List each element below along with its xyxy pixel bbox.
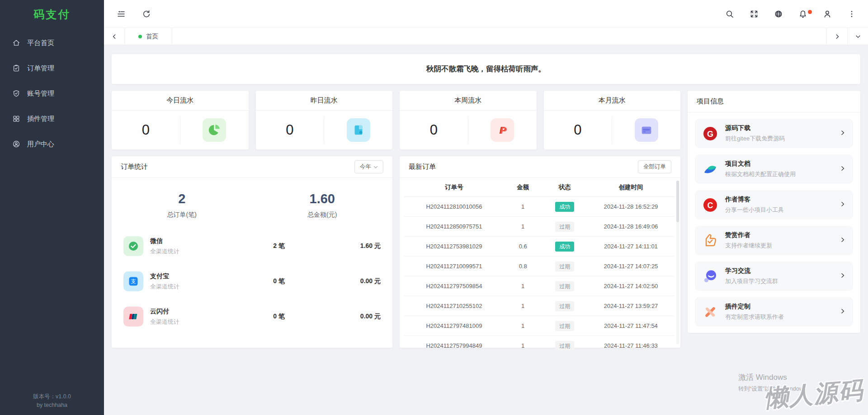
sidebar-item-home[interactable]: 平台首页 [0, 33, 104, 53]
paypal-icon: PP [491, 118, 514, 142]
svg-text:支: 支 [131, 279, 136, 284]
range-select[interactable]: 今年 [354, 160, 383, 173]
order-stats-panel: 订单统计 今年 2 总订单(笔) 1 [112, 156, 392, 348]
user-icon[interactable] [823, 9, 832, 19]
content-area: 秋阴不散霜飞晚，留得枯荷听雨声。 今日流水 0 [104, 45, 868, 348]
document-icon [347, 118, 370, 142]
col-created: 创建时间 [588, 178, 674, 197]
order-amount: 1 [504, 217, 542, 237]
refresh-icon[interactable] [142, 9, 151, 19]
order-amount: 1 [504, 316, 542, 336]
order-clipboard-icon [12, 64, 20, 72]
status-badge: 成功 [555, 202, 574, 212]
panel-title: 最新订单 [409, 163, 436, 171]
fullscreen-icon[interactable] [750, 9, 759, 19]
table-row: H20241128100100561成功2024-11-28 16:52:29 [404, 197, 674, 217]
order-time: 2024-11-28 16:52:29 [588, 197, 674, 217]
chat-group-icon [702, 268, 718, 284]
order-time: 2024-11-27 13:59:27 [588, 296, 674, 316]
table-row: H20241128509757511过期2024-11-28 16:49:06 [404, 217, 674, 237]
tab-home[interactable]: 首页 [125, 28, 172, 45]
order-totals: 2 总订单(笔) 1.60 总金额(元) [112, 178, 392, 222]
sidebar-item-plugins[interactable]: 插件管理 [0, 108, 104, 129]
header-left [117, 9, 167, 19]
version-text: 版本号：v1.0.0 [0, 392, 104, 401]
project-item-desc: 分享一些小项目小工具 [725, 206, 840, 214]
sidebar-item-user-center[interactable]: 用户中心 [0, 134, 104, 154]
channel-list: 微信 全渠道统计 2 笔 1.60 元 支 支付宝 [112, 222, 392, 329]
header-right [710, 9, 856, 19]
channel-name[interactable]: 支付宝 [150, 272, 245, 280]
tabs-scroll-left-button[interactable] [104, 28, 125, 45]
project-item-author-blog[interactable]: C 作者博客 分享一些小项目小工具 [695, 190, 853, 219]
search-icon[interactable] [725, 9, 734, 19]
latest-orders-panel: 最新订单 全部订单 订单号 金额 状态 [400, 156, 680, 348]
svg-text:P: P [500, 125, 507, 135]
stat-title: 本周流水 [400, 91, 537, 111]
table-header-row: 订单号 金额 状态 创建时间 [404, 178, 674, 197]
project-item-title: 项目文档 [725, 160, 840, 168]
orders-scrollbar[interactable] [676, 181, 679, 344]
collapse-menu-icon[interactable] [117, 9, 126, 19]
chevron-right-icon [840, 201, 846, 209]
project-item-desc: 加入项目学习交流群 [725, 277, 840, 285]
unionpay-icon [123, 307, 143, 326]
chevron-right-icon [840, 130, 846, 138]
bell-icon[interactable] [798, 9, 807, 19]
status-badge: 成功 [555, 242, 574, 252]
channel-name[interactable]: 微信 [150, 237, 245, 245]
svg-text:C: C [708, 201, 713, 210]
tabs-scroll-right-button[interactable] [826, 28, 847, 45]
channel-count: 0 笔 [245, 277, 313, 285]
author-text: by techhaha [0, 401, 104, 410]
project-item-title: 作者博客 [725, 196, 840, 204]
bank-card-icon [635, 118, 658, 142]
pie-chart-icon [203, 118, 226, 142]
sidebar-item-label: 订单管理 [27, 64, 54, 73]
order-time: 2024-11-27 11:46:33 [588, 336, 674, 356]
channel-amount: 0.00 元 [313, 312, 381, 321]
project-item-source-download[interactable]: G 源码下载 前往gitee下载免费源码 [695, 119, 853, 148]
table-row: H20241127975098541过期2024-11-27 14:02:50 [404, 276, 674, 296]
order-no: H2024112810010056 [404, 197, 504, 217]
project-info-panel: 项目信息 G 源码下载 前往gitee下载免费源码 项目文档 根 [688, 91, 860, 333]
globe-icon[interactable] [774, 9, 783, 19]
table-row: H20241127974810091过期2024-11-27 11:47:54 [404, 316, 674, 336]
sidebar-item-accounts[interactable]: 账号管理 [0, 83, 104, 104]
order-amount: 0.6 [504, 237, 542, 256]
sidebar-item-label: 账号管理 [27, 89, 54, 98]
sidebar-item-orders[interactable]: 订单管理 [0, 58, 104, 79]
sidebar: 码支付 平台首页 订单管理 账号管理 插件管理 用户中心 版本号：v1.0.0 … [0, 0, 104, 415]
orders-table-wrap: 订单号 金额 状态 创建时间 H20241128100100561成功2024-… [400, 178, 680, 355]
user-center-icon [12, 140, 20, 148]
status-badge: 过期 [555, 222, 574, 232]
sidebar-footer: 版本号：v1.0.0 by techhaha [0, 392, 104, 410]
wechat-icon [123, 236, 143, 256]
chevron-down-icon [373, 165, 378, 169]
order-amount: 0.8 [504, 256, 542, 276]
project-item-desc: 有定制需求请联系作者 [725, 313, 840, 321]
right-column: 项目信息 G 源码下载 前往gitee下载免费源码 项目文档 根 [688, 91, 860, 348]
more-vertical-icon[interactable] [847, 9, 856, 19]
left-column: 今日流水 0 昨日流水 0 [112, 91, 680, 348]
status-badge: 过期 [555, 321, 574, 331]
status-badge: 过期 [555, 261, 574, 271]
total-orders-label: 总订单(笔) [112, 211, 252, 219]
view-all-orders-button[interactable]: 全部订单 [638, 160, 671, 173]
channel-desc: 全渠道统计 [150, 247, 245, 256]
project-item-learning-group[interactable]: 学习交流 加入项目学习交流群 [695, 261, 853, 291]
channel-name[interactable]: 云闪付 [150, 308, 245, 316]
order-time: 2024-11-28 16:49:06 [588, 217, 674, 237]
col-order-no: 订单号 [404, 178, 504, 197]
channel-desc: 全渠道统计 [150, 283, 245, 291]
project-item-docs[interactable]: 项目文档 根据文档相关配置正确使用 [695, 154, 853, 184]
sidebar-item-label: 平台首页 [27, 39, 54, 47]
notification-dot [808, 10, 812, 14]
project-item-plugin-custom[interactable]: 插件定制 有定制需求请联系作者 [695, 297, 853, 326]
tools-icon [702, 304, 718, 320]
scrollbar-thumb[interactable] [676, 181, 679, 222]
sidebar-item-label: 用户中心 [27, 140, 54, 149]
table-row: H20241127100995710.8过期2024-11-27 14:07:2… [404, 256, 674, 276]
project-item-donate[interactable]: 赞赏作者 支持作者继续更新 [695, 226, 853, 255]
tabs-menu-button[interactable] [847, 28, 868, 45]
